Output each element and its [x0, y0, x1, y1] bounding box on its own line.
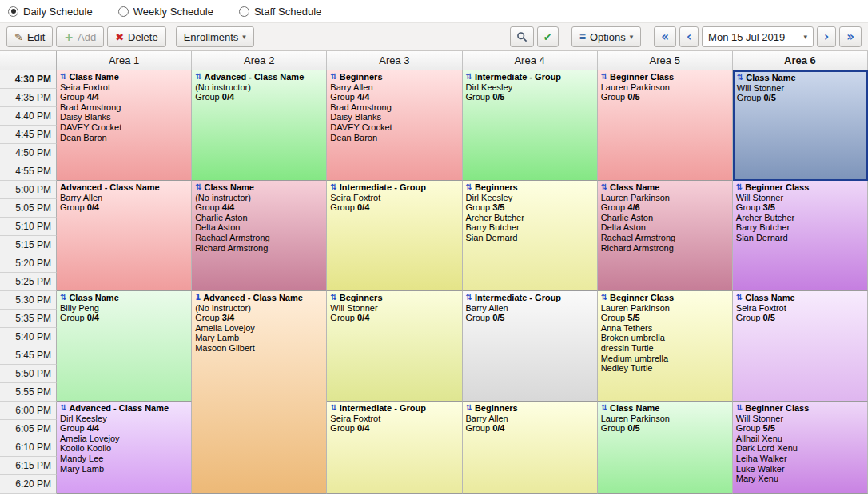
time-label: 5:10 PM — [0, 218, 57, 236]
move-class-icon[interactable]: ⇅ — [330, 293, 336, 302]
class-line: Rachael Armstrong — [195, 233, 324, 243]
class-line: Seira Foxtrot — [330, 193, 459, 203]
view-option-1[interactable]: Weekly Schedule — [118, 6, 213, 18]
class-cell[interactable]: ⇅BeginnersWill StonnerGroup 0/4 — [327, 291, 462, 402]
class-line: Group 0/5 — [601, 423, 730, 434]
class-line: Group 3/4 — [195, 313, 324, 323]
class-count-badge[interactable]: 1 — [195, 293, 201, 302]
move-class-icon[interactable]: ⇅ — [60, 72, 66, 82]
double-right-chevron-icon: » — [846, 31, 854, 43]
class-line: Brad Armstrong — [330, 102, 459, 113]
class-line: Broken umbrella — [601, 333, 730, 343]
move-class-icon[interactable]: ⇅ — [466, 293, 472, 302]
class-line: Group 3/5 — [466, 202, 595, 213]
class-cell[interactable]: ⇅Class NameSeira FoxtrotGroup 4/4Brad Ar… — [57, 70, 192, 181]
date-picker[interactable]: Mon 15 Jul 2019 ▾ — [702, 26, 814, 47]
class-cell[interactable]: ⇅Beginner ClassLauren ParkinsonGroup 0/5 — [598, 70, 733, 181]
class-title: ⇅Beginners — [466, 403, 595, 414]
time-label: 4:30 PM — [0, 70, 57, 89]
prev-day-button[interactable]: ‹ — [679, 26, 699, 47]
class-line: Lauren Parkinson — [601, 414, 730, 424]
move-class-icon[interactable]: ⇅ — [330, 403, 336, 413]
time-label: 5:20 PM — [0, 254, 57, 273]
move-class-icon[interactable]: ⇅ — [737, 73, 743, 82]
area-header-4[interactable]: Area 4 — [463, 51, 598, 70]
move-class-icon[interactable]: ⇅ — [330, 182, 336, 192]
move-class-icon[interactable]: ⇅ — [601, 293, 607, 302]
class-cell[interactable]: ⇅Class NameLauren ParkinsonGroup 0/5 — [598, 402, 733, 494]
class-cell[interactable]: ⇅Beginner ClassLauren ParkinsonGroup 5/5… — [598, 291, 733, 402]
class-cell[interactable]: ⇅Advanced - Class Name(No instructor)Gro… — [192, 70, 327, 181]
class-title: ⇅Intermediate - Group — [330, 182, 459, 193]
area-header-3[interactable]: Area 3 — [327, 51, 462, 70]
class-line: Billy Peng — [60, 303, 189, 314]
class-cell[interactable]: ⇅Advanced - Class NameDirl KeesleyGroup … — [57, 402, 192, 494]
move-class-icon[interactable]: ⇅ — [60, 403, 66, 413]
move-class-icon[interactable]: ⇅ — [466, 72, 472, 82]
class-line: Barry Allen — [60, 193, 189, 203]
class-cell[interactable]: ⇅Class NameSeira FoxtrotGroup 0/5 — [733, 291, 868, 402]
class-line: Mary Lamb — [195, 333, 324, 343]
next-day-button[interactable]: › — [817, 26, 836, 47]
class-cell[interactable]: ⇅Intermediate - GroupBarry AllenGroup 0/… — [463, 291, 598, 402]
class-cell[interactable]: ⇅Beginner ClassWill StonnerGroup 5/5Allh… — [733, 402, 868, 494]
class-line: Luke Walker — [736, 464, 865, 474]
class-cell[interactable]: 1Advanced - Class Name(No instructor)Gro… — [192, 291, 327, 494]
search-button[interactable] — [510, 26, 534, 47]
time-label: 6:15 PM — [0, 457, 57, 475]
class-line: Will Stonner — [330, 303, 459, 314]
class-line: (No instructor) — [195, 82, 324, 93]
add-button[interactable]: + Add — [56, 26, 104, 47]
class-cell[interactable]: ⇅Intermediate - GroupSeira FoxtrotGroup … — [327, 181, 462, 291]
right-chevron-icon: › — [824, 31, 829, 43]
time-label: 5:25 PM — [0, 273, 57, 291]
class-line: Richard Armstrong — [195, 243, 324, 254]
class-title: ⇅Class Name — [601, 403, 730, 414]
move-class-icon[interactable]: ⇅ — [601, 182, 607, 192]
edit-button[interactable]: ✎ Edit — [6, 26, 53, 47]
view-option-2[interactable]: Staff Schedule — [239, 6, 321, 18]
move-class-icon[interactable]: ⇅ — [466, 182, 472, 192]
move-class-icon[interactable]: ⇅ — [60, 293, 66, 302]
class-line: Daisy Blanks — [60, 112, 189, 122]
move-class-icon[interactable]: ⇅ — [601, 72, 607, 82]
move-class-icon[interactable]: ⇅ — [466, 403, 472, 413]
area-header-6[interactable]: Area 6 — [733, 51, 868, 70]
prev-week-button[interactable]: « — [654, 26, 676, 47]
move-class-icon[interactable]: ⇅ — [736, 293, 743, 302]
class-cell[interactable]: ⇅Class NameWill StonnerGroup 0/5 — [733, 70, 868, 181]
area-header-2[interactable]: Area 2 — [192, 51, 327, 70]
class-cell[interactable]: ⇅BeginnersBarry AllenGroup 4/4Brad Armst… — [327, 70, 462, 181]
time-label: 6:05 PM — [0, 420, 57, 438]
move-class-icon[interactable]: ⇅ — [195, 182, 201, 192]
time-label: 6:00 PM — [0, 402, 57, 420]
view-option-label: Daily Schedule — [23, 6, 93, 18]
class-cell[interactable]: ⇅Intermediate - GroupSeira FoxtrotGroup … — [327, 402, 462, 494]
move-class-icon[interactable]: ⇅ — [736, 182, 743, 192]
class-line: Lauren Parkinson — [601, 303, 730, 314]
class-line: Dean Baron — [60, 133, 189, 143]
move-class-icon[interactable]: ⇅ — [736, 403, 743, 413]
class-line: Barry Allen — [330, 82, 459, 93]
class-cell[interactable]: ⇅Class Name(No instructor)Group 4/4Charl… — [192, 181, 327, 291]
delete-button[interactable]: ✖ Delete — [107, 26, 165, 47]
next-week-button[interactable]: » — [839, 26, 862, 47]
move-class-icon[interactable]: ⇅ — [330, 72, 336, 82]
class-cell[interactable]: ⇅Beginner ClassWill StonnerGroup 3/5Arch… — [733, 181, 868, 291]
area-header-5[interactable]: Area 5 — [598, 51, 733, 70]
view-option-0[interactable]: Daily Schedule — [8, 6, 93, 18]
class-title: ⇅Beginner Class — [601, 72, 730, 82]
class-cell[interactable]: ⇅Intermediate - GroupDirl KeesleyGroup 0… — [463, 70, 598, 181]
class-cell[interactable]: ⇅Class NameLauren ParkinsonGroup 4/6Char… — [598, 181, 733, 291]
move-class-icon[interactable]: ⇅ — [601, 403, 607, 413]
class-cell[interactable]: ⇅BeginnersBarry AllenGroup 0/4 — [463, 402, 598, 494]
class-cell[interactable]: ⇅Class NameBilly PengGroup 0/4 — [57, 291, 192, 402]
confirm-button[interactable]: ✔ — [537, 26, 559, 47]
enrollments-dropdown[interactable]: Enrollments ▾ — [176, 26, 254, 47]
move-class-icon[interactable]: ⇅ — [195, 72, 201, 82]
area-header-1[interactable]: Area 1 — [57, 51, 192, 70]
options-dropdown[interactable]: ≡ Options ▾ — [571, 26, 642, 47]
class-cell[interactable]: ⇅BeginnersDirl KeesleyGroup 3/5Archer Bu… — [463, 181, 598, 291]
class-line: Archer Butcher — [736, 213, 865, 223]
class-cell[interactable]: Advanced - Class NameBarry AllenGroup 0/… — [57, 181, 192, 291]
